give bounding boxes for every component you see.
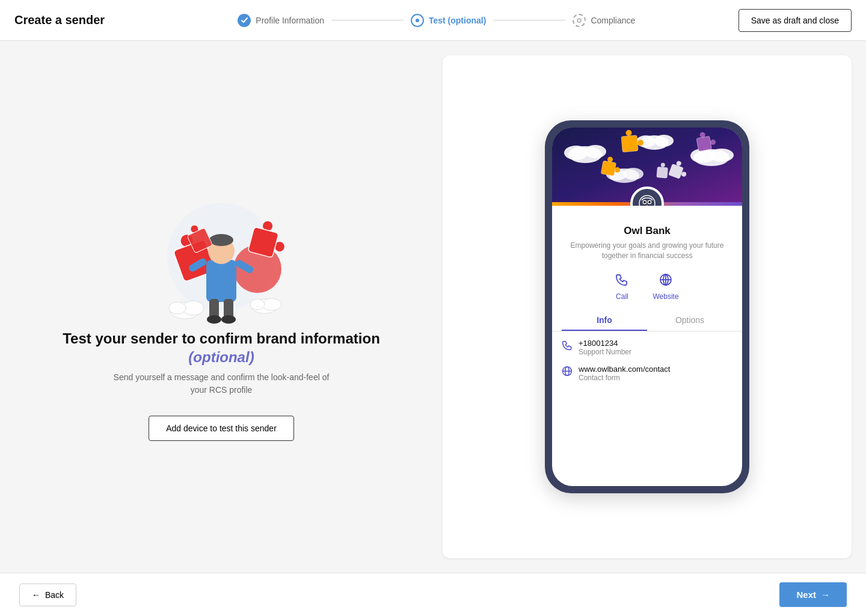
phone-info-section: +18001234 Support Number — [552, 339, 742, 390]
phone-row-call-icon — [562, 340, 573, 353]
svg-rect-58 — [656, 167, 668, 179]
svg-point-33 — [585, 145, 606, 158]
next-arrow-icon: → — [821, 590, 830, 600]
svg-point-60 — [639, 196, 655, 206]
step-connector-1 — [331, 20, 404, 20]
svg-point-36 — [654, 135, 674, 147]
step-profile-icon — [238, 14, 251, 27]
phone-info-number-label: Support Number — [579, 348, 631, 356]
svg-point-16 — [262, 298, 281, 310]
svg-point-28 — [207, 315, 221, 324]
svg-point-29 — [221, 315, 236, 324]
phone-info-number: +18001234 — [579, 339, 631, 348]
svg-rect-18 — [206, 260, 236, 302]
phone-info-url: www.owlbank.com/contact — [579, 365, 670, 374]
phone-brand-name: Owl Bank — [552, 225, 742, 237]
save-draft-button[interactable]: Save as draft and close — [739, 9, 852, 32]
step-test: Test (optional) — [411, 14, 486, 27]
svg-point-17 — [250, 299, 265, 310]
next-button[interactable]: Next → — [779, 582, 847, 607]
phone-brand-desc: Empowering your goals and growing your f… — [552, 241, 742, 261]
phone-info-url-label: Contact form — [579, 374, 670, 382]
phone-info-row-website: www.owlbank.com/contact Contact form — [562, 365, 732, 382]
left-heading-line1: Test your sender to confirm brand inform… — [63, 330, 380, 346]
step-test-label: Test (optional) — [429, 16, 486, 25]
svg-point-20 — [209, 234, 233, 246]
step-profile-label: Profile Information — [256, 16, 324, 25]
footer: ← Back Next → — [0, 573, 866, 616]
page-title: Create a sender — [14, 13, 135, 27]
illustration — [137, 173, 306, 329]
next-label: Next — [796, 590, 816, 600]
svg-rect-43 — [601, 161, 616, 176]
left-heading-optional: (optional) — [188, 349, 254, 365]
phone-action-call-label: Call — [616, 292, 628, 301]
phone-avatar-icon — [633, 189, 662, 206]
main-content: Test your sender to confirm brand inform… — [0, 41, 866, 573]
step-compliance-icon — [573, 14, 586, 27]
phone-info-phone-text: +18001234 Support Number — [579, 339, 631, 356]
svg-point-42 — [623, 168, 643, 180]
svg-point-1 — [577, 19, 581, 22]
svg-point-63 — [643, 201, 646, 203]
step-compliance: Compliance — [573, 14, 635, 27]
phone-header-bg — [552, 128, 742, 206]
back-arrow-icon: ← — [32, 590, 40, 600]
phone-mockup: Owl Bank Empowering your goals and growi… — [545, 120, 749, 493]
phone-tab-options[interactable]: Options — [647, 310, 732, 331]
step-compliance-label: Compliance — [591, 16, 635, 25]
phone-info-row-phone: +18001234 Support Number — [562, 339, 732, 356]
website-icon — [659, 273, 672, 290]
call-icon — [615, 273, 628, 290]
left-heading: Test your sender to confirm brand inform… — [63, 329, 380, 366]
phone-body: Owl Bank Empowering your goals and growi… — [552, 206, 742, 486]
phone-action-call[interactable]: Call — [615, 273, 628, 301]
svg-rect-54 — [696, 136, 711, 151]
phone-screen: Owl Bank Empowering your goals and growi… — [552, 128, 742, 486]
header: Create a sender Profile Information Test… — [0, 0, 866, 41]
step-profile: Profile Information — [238, 14, 324, 27]
stepper: Profile Information Test (optional) Comp… — [135, 14, 739, 27]
phone-info-website-text: www.owlbank.com/contact Contact form — [579, 365, 670, 382]
svg-rect-47 — [621, 135, 638, 152]
phone-action-website[interactable]: Website — [653, 273, 678, 301]
svg-point-39 — [710, 149, 734, 162]
step-test-icon — [411, 14, 424, 27]
phone-row-website-icon — [562, 366, 573, 379]
back-label: Back — [45, 590, 64, 600]
svg-point-64 — [648, 201, 651, 203]
add-device-button[interactable]: Add device to test this sender — [149, 416, 294, 441]
phone-action-website-label: Website — [653, 292, 678, 301]
svg-point-14 — [169, 302, 186, 314]
left-panel: Test your sender to confirm brand inform… — [14, 55, 428, 558]
phone-tab-info[interactable]: Info — [562, 310, 647, 331]
back-button[interactable]: ← Back — [19, 584, 76, 606]
step-connector-2 — [493, 20, 565, 20]
svg-point-32 — [564, 146, 588, 160]
right-panel: Owl Bank Empowering your goals and growi… — [443, 55, 852, 558]
phone-actions: Call Website — [552, 273, 742, 301]
left-subtext: Send yourself a message and confirm the … — [113, 371, 330, 396]
phone-tabs: Info Options — [552, 310, 742, 331]
svg-point-0 — [416, 19, 419, 22]
